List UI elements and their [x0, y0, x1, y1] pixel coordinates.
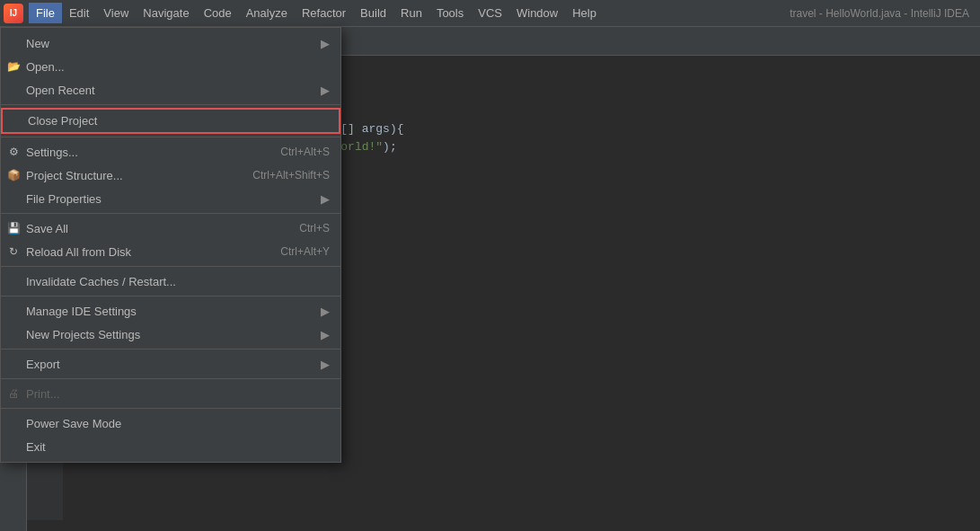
- menu-item-open[interactable]: 📂 Open...: [1, 55, 340, 78]
- close-project-icon: [8, 114, 22, 128]
- separator-7: [1, 378, 340, 379]
- menu-item-open-label: Open...: [26, 60, 65, 74]
- menu-item-exit-label: Exit: [26, 440, 46, 454]
- menu-item-exit[interactable]: Exit: [1, 435, 340, 458]
- menu-item-project-structure-label: Project Structure...: [26, 169, 123, 182]
- menu-item-reload-label: Reload All from Disk: [26, 245, 131, 259]
- reload-shortcut: Ctrl+Alt+Y: [280, 245, 330, 258]
- file-properties-icon: [6, 191, 21, 206]
- menu-item-power-save[interactable]: Power Save Mode: [1, 412, 340, 435]
- settings-shortcut: Ctrl+Alt+S: [280, 146, 330, 158]
- menu-item-close-project[interactable]: Close Project: [1, 108, 340, 134]
- separator-5: [1, 296, 340, 296]
- project-structure-shortcut: Ctrl+Alt+Shift+S: [252, 169, 330, 181]
- open-icon: 📂: [6, 59, 21, 74]
- menu-item-manage-ide-label: Manage IDE Settings: [26, 305, 137, 318]
- project-structure-icon: 📦: [6, 168, 21, 182]
- menu-item-invalidate-label: Invalidate Caches / Restart...: [26, 275, 176, 288]
- separator-8: [1, 408, 340, 409]
- menu-navigate[interactable]: Navigate: [136, 3, 196, 23]
- menu-run[interactable]: Run: [393, 3, 429, 23]
- menu-item-close-project-label: Close Project: [28, 114, 97, 128]
- save-all-shortcut: Ctrl+S: [299, 222, 330, 235]
- menu-item-save-all[interactable]: 💾 Save All Ctrl+S: [1, 217, 340, 240]
- settings-icon: ⚙: [6, 145, 21, 159]
- window-title: travel - HelloWorld.java - IntelliJ IDEA: [790, 7, 976, 20]
- menu-help[interactable]: Help: [565, 3, 604, 23]
- menu-code[interactable]: Code: [197, 3, 239, 23]
- menu-refactor[interactable]: Refactor: [295, 3, 353, 23]
- menu-build[interactable]: Build: [353, 3, 393, 23]
- menu-file[interactable]: File: [29, 3, 62, 23]
- export-arrow-icon: ▶: [321, 358, 330, 371]
- file-menu-dropdown: New ▶ 📂 Open... Open Recent ▶ Close Proj…: [0, 27, 341, 463]
- menu-item-print[interactable]: 🖨 Print...: [1, 382, 340, 405]
- power-save-icon: [6, 416, 21, 430]
- menu-item-power-save-label: Power Save Mode: [26, 417, 121, 430]
- menu-item-print-label: Print...: [26, 387, 60, 401]
- separator-3: [1, 213, 340, 214]
- new-projects-icon: [6, 327, 21, 341]
- new-arrow-icon: ▶: [321, 37, 330, 50]
- menu-vcs[interactable]: VCS: [471, 3, 509, 23]
- menu-item-new-label: New: [26, 37, 49, 50]
- menu-view[interactable]: View: [96, 3, 136, 23]
- export-icon: [6, 357, 21, 371]
- separator-4: [1, 266, 340, 267]
- menu-item-settings-label: Settings...: [26, 146, 78, 159]
- open-recent-icon: [6, 83, 21, 97]
- save-all-icon: 💾: [6, 221, 21, 235]
- separator-2: [1, 137, 340, 137]
- separator-1: [1, 104, 340, 105]
- menu-item-settings[interactable]: ⚙ Settings... Ctrl+Alt+S: [1, 140, 340, 164]
- menu-item-export[interactable]: Export ▶: [1, 352, 340, 376]
- menu-item-save-all-label: Save All: [26, 222, 68, 235]
- code-token: );: [383, 138, 397, 156]
- menu-item-invalidate[interactable]: Invalidate Caches / Restart...: [1, 270, 340, 293]
- menu-item-open-recent-label: Open Recent: [26, 84, 95, 97]
- print-icon: 🖨: [6, 386, 21, 401]
- manage-ide-arrow-icon: ▶: [321, 305, 330, 318]
- menu-item-manage-ide[interactable]: Manage IDE Settings ▶: [1, 299, 340, 323]
- menu-item-open-recent[interactable]: Open Recent ▶: [1, 78, 340, 102]
- menu-item-reload[interactable]: ↻ Reload All from Disk Ctrl+Alt+Y: [1, 240, 340, 263]
- menu-item-new[interactable]: New ▶: [1, 31, 340, 55]
- menu-window[interactable]: Window: [509, 3, 565, 23]
- new-icon: [6, 36, 21, 50]
- file-properties-arrow-icon: ▶: [321, 192, 330, 206]
- menu-edit[interactable]: Edit: [62, 3, 96, 23]
- menu-item-new-projects-label: New Projects Settings: [26, 328, 140, 341]
- main-layout: 1: Project New ▶ 📂 Open... Open Recent ▶: [0, 27, 980, 531]
- menu-analyze[interactable]: Analyze: [239, 3, 295, 23]
- menu-item-new-projects[interactable]: New Projects Settings ▶: [1, 323, 340, 346]
- app-logo: IJ: [4, 4, 23, 23]
- menu-item-project-structure[interactable]: 📦 Project Structure... Ctrl+Alt+Shift+S: [1, 164, 340, 187]
- separator-6: [1, 349, 340, 350]
- menu-item-file-properties[interactable]: File Properties ▶: [1, 187, 340, 210]
- open-recent-arrow-icon: ▶: [321, 84, 330, 97]
- manage-ide-icon: [6, 304, 21, 318]
- file-menu: New ▶ 📂 Open... Open Recent ▶ Close Proj…: [0, 27, 341, 463]
- exit-icon: [6, 439, 21, 454]
- invalidate-icon: [6, 274, 21, 288]
- menu-tools[interactable]: Tools: [429, 3, 471, 23]
- new-projects-arrow-icon: ▶: [321, 328, 330, 341]
- reload-icon: ↻: [6, 244, 21, 259]
- menu-item-file-properties-label: File Properties: [26, 192, 102, 206]
- menu-item-export-label: Export: [26, 358, 60, 371]
- menubar: IJ File Edit View Navigate Code Analyze …: [0, 0, 980, 27]
